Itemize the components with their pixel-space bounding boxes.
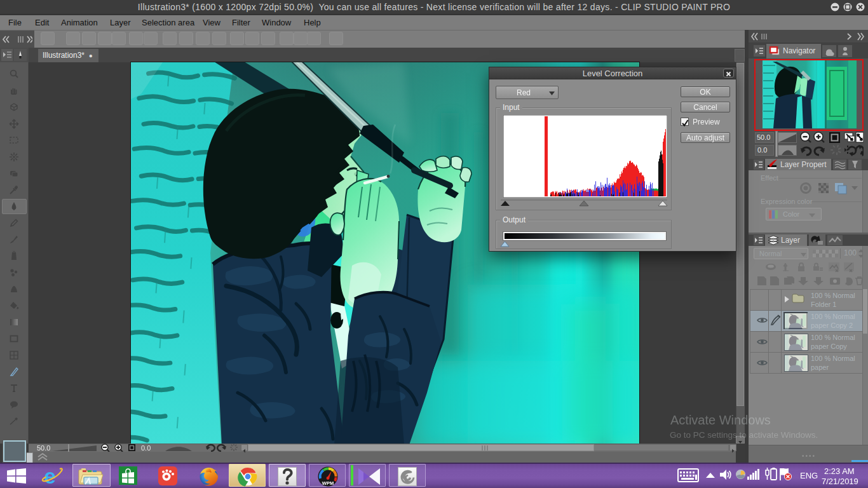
svg-text:WPM: WPM (322, 480, 334, 486)
svg-text:e: e (44, 465, 56, 487)
